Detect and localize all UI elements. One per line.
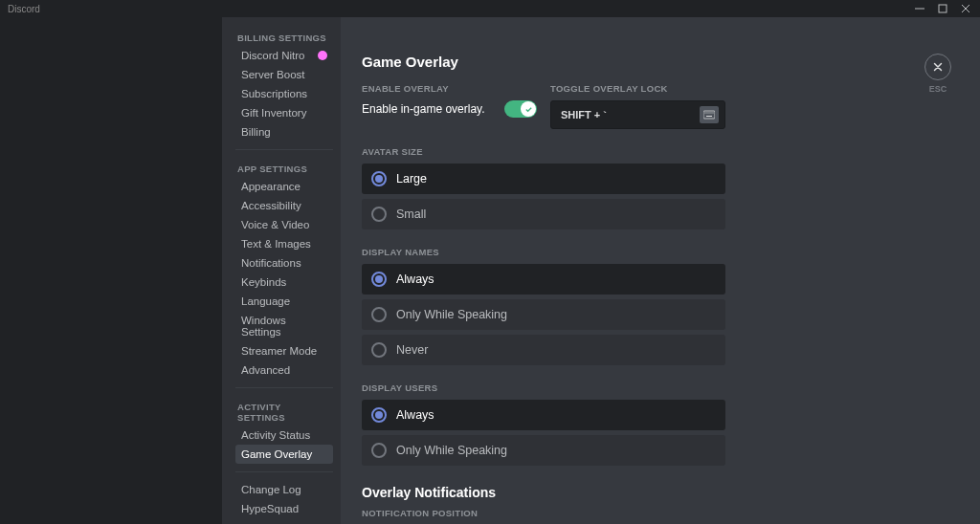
avatar-size-group: Large Small — [362, 164, 725, 229]
close-window-button[interactable] — [955, 1, 976, 16]
close-icon — [931, 60, 945, 74]
display-names-group: Always Only While Speaking Never — [362, 264, 725, 365]
nitro-badge-icon — [318, 51, 327, 60]
radio-icon — [371, 171, 387, 186]
sidebar-header-billing: BILLING SETTINGS — [235, 27, 333, 46]
sidebar-item-nitro[interactable]: Discord Nitro — [235, 46, 333, 65]
settings-sidebar: BILLING SETTINGS Discord Nitro Server Bo… — [222, 17, 341, 524]
maximize-button[interactable] — [932, 1, 953, 16]
radio-icon — [371, 342, 387, 358]
keyboard-icon — [700, 106, 719, 123]
sidebar-item-keybinds[interactable]: Keybinds — [235, 273, 333, 292]
svg-rect-0 — [939, 5, 947, 12]
overlay-notifications-title: Overlay Notifications — [362, 485, 725, 500]
page-title: Game Overlay — [362, 54, 725, 70]
sidebar-item-hypesquad[interactable]: HypeSquad — [235, 499, 333, 518]
radio-icon — [371, 443, 387, 458]
display-names-label: DISPLAY NAMES — [362, 247, 725, 257]
check-icon — [524, 105, 533, 114]
minimize-button[interactable] — [909, 1, 930, 16]
avatar-size-large[interactable]: Large — [362, 164, 725, 194]
sidebar-item-gift-inventory[interactable]: Gift Inventory — [235, 103, 333, 122]
sidebar-item-voice-video[interactable]: Voice & Video — [235, 215, 333, 234]
display-names-always[interactable]: Always — [362, 264, 725, 295]
display-users-speaking[interactable]: Only While Speaking — [362, 435, 725, 466]
sidebar-header-activity: ACTIVITY SETTINGS — [235, 396, 333, 426]
display-names-never[interactable]: Never — [362, 335, 725, 365]
keybind-value: SHIFT + ` — [561, 109, 607, 120]
display-users-group: Always Only While Speaking — [362, 400, 725, 466]
sidebar-item-activity-status[interactable]: Activity Status — [235, 426, 333, 445]
svg-rect-10 — [706, 116, 712, 117]
sidebar-separator — [235, 471, 333, 472]
toggle-lock-label: TOGGLE OVERLAY LOCK — [550, 83, 725, 94]
radio-icon — [371, 207, 387, 222]
left-gutter — [0, 17, 222, 524]
sidebar-item-notifications[interactable]: Notifications — [235, 253, 333, 273]
sidebar-item-text-images[interactable]: Text & Images — [235, 234, 333, 253]
sidebar-item-advanced[interactable]: Advanced — [235, 360, 333, 380]
sidebar-item-accessibility[interactable]: Accessibility — [235, 196, 333, 215]
sidebar-item-server-boost[interactable]: Server Boost — [235, 65, 333, 84]
svg-rect-6 — [707, 113, 708, 114]
svg-rect-5 — [705, 113, 706, 114]
sidebar-item-language[interactable]: Language — [235, 292, 333, 311]
display-users-label: DISPLAY USERS — [362, 382, 725, 393]
svg-rect-4 — [703, 111, 715, 119]
close-settings-button[interactable] — [924, 54, 951, 80]
settings-content: Game Overlay ENABLE OVERLAY Enable in-ga… — [341, 17, 752, 524]
sidebar-item-billing[interactable]: Billing — [235, 122, 333, 142]
svg-rect-8 — [711, 113, 712, 114]
enable-overlay-text: Enable in-game overlay. — [362, 102, 485, 116]
display-names-speaking[interactable]: Only While Speaking — [362, 299, 725, 330]
esc-label: ESC — [929, 84, 947, 94]
sidebar-separator — [235, 149, 333, 150]
enable-overlay-label: ENABLE OVERLAY — [362, 83, 537, 94]
radio-icon — [371, 272, 387, 287]
avatar-size-small[interactable]: Small — [362, 199, 725, 229]
sidebar-item-windows-settings[interactable]: Windows Settings — [235, 311, 333, 341]
sidebar-item-game-overlay[interactable]: Game Overlay — [235, 445, 333, 464]
sidebar-item-change-log[interactable]: Change Log — [235, 480, 333, 499]
radio-icon — [371, 407, 387, 423]
svg-rect-7 — [709, 113, 710, 114]
sidebar-item-streamer-mode[interactable]: Streamer Mode — [235, 341, 333, 360]
toggle-lock-keybind[interactable]: SHIFT + ` — [550, 100, 725, 129]
radio-icon — [371, 307, 387, 322]
sidebar-item-appearance[interactable]: Appearance — [235, 177, 333, 196]
titlebar: Discord — [0, 0, 980, 17]
sidebar-separator — [235, 387, 333, 388]
window-title: Discord — [4, 4, 909, 14]
display-users-always[interactable]: Always — [362, 400, 725, 430]
svg-rect-9 — [713, 113, 714, 114]
avatar-size-label: AVATAR SIZE — [362, 146, 725, 157]
sidebar-item-subscriptions[interactable]: Subscriptions — [235, 84, 333, 103]
enable-overlay-toggle[interactable] — [504, 100, 537, 118]
sidebar-header-app: APP SETTINGS — [235, 158, 333, 177]
notification-position-label: NOTIFICATION POSITION — [362, 508, 725, 518]
